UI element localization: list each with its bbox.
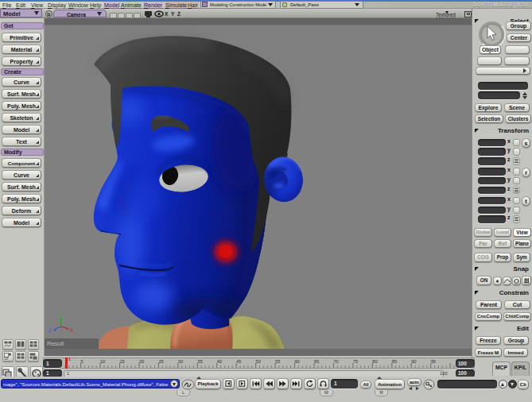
svg-text:70: 70 — [333, 359, 338, 364]
svg-text:50: 50 — [256, 359, 261, 364]
svg-text:60: 60 — [295, 359, 300, 364]
svg-text:Result: Result — [47, 340, 64, 347]
svg-text:55: 55 — [275, 359, 280, 364]
svg-text:40: 40 — [217, 359, 222, 364]
svg-text:10: 10 — [100, 359, 105, 364]
svg-text:65: 65 — [314, 359, 319, 364]
svg-text:90: 90 — [411, 359, 416, 364]
svg-text:85: 85 — [392, 359, 397, 364]
svg-text:20: 20 — [139, 359, 144, 364]
svg-text:75: 75 — [353, 359, 358, 364]
svg-text:45: 45 — [236, 359, 241, 364]
svg-text:DI: DI — [5, 356, 9, 361]
svg-text:15: 15 — [120, 359, 125, 364]
svg-text:95: 95 — [431, 359, 436, 364]
svg-text:5: 5 — [81, 359, 83, 364]
svg-text:Z: Z — [49, 328, 52, 333]
svg-text:35: 35 — [197, 359, 202, 364]
svg-text:25: 25 — [158, 359, 163, 364]
svg-text:80: 80 — [372, 359, 377, 364]
svg-text:30: 30 — [178, 359, 183, 364]
svg-text:Y: Y — [59, 314, 62, 319]
svg-text:X: X — [70, 328, 73, 333]
